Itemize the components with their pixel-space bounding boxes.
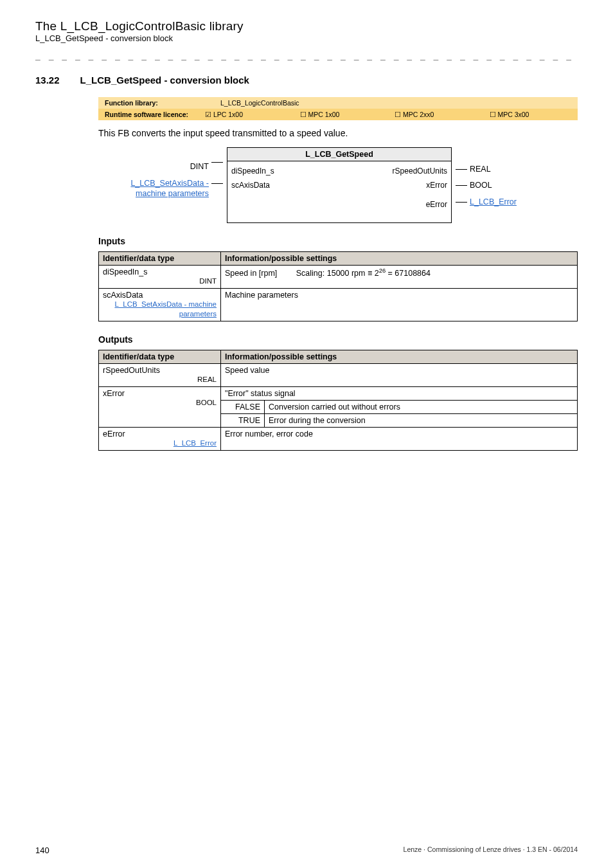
page-subtitle: L_LCB_GetSpeed - conversion block [35, 33, 578, 43]
port-out-2: xError [426, 181, 447, 190]
ext-right-type-1: REAL [470, 165, 491, 174]
license-row-2: Runtime software licence: ☑ LPC 1x00 ☐ M… [98, 109, 578, 120]
out-type-1: REAL [103, 375, 217, 384]
port-in-1: diSpeedIn_s [231, 167, 274, 176]
input-info-2: Machine parameters [221, 288, 578, 321]
outputs-heading: Outputs [98, 334, 578, 345]
out-info-2-top: "Error" status signal [221, 387, 577, 400]
table-row: diSpeedIn_s DINT Speed in [rpm] Scaling:… [99, 266, 578, 289]
wire-icon [456, 202, 467, 203]
footer-right: Lenze · Commissioning of Lenze drives · … [404, 845, 578, 855]
page-number: 140 [35, 845, 49, 855]
input-info-1-prefix: Speed in [rpm] [225, 269, 277, 278]
input-sublink-2[interactable]: L_LCB_SetAxisData - machine parameters [114, 300, 217, 318]
func-lib-label: Function library: [98, 97, 214, 109]
func-lib-value: L_LCB_LogicControlBasic [214, 97, 306, 109]
false-text: Conversion carried out without errors [265, 400, 578, 413]
page-title: The L_LCB_LogicControlBasic library [35, 19, 578, 33]
license-row-1: Function library: L_LCB_LogicControlBasi… [98, 97, 578, 109]
table-row: eError L_LCB_Error Error number, error c… [99, 427, 578, 450]
lic-2-label: MPC 1x00 [308, 111, 339, 118]
false-label: FALSE [221, 400, 265, 413]
block-body: diSpeedIn_s scAxisData rSpeedOutUnits xE… [227, 161, 452, 223]
block-diagram: L_LCB_GetSpeed DINT L_LCB_SetAxisData - … [98, 147, 578, 223]
out-info-2-subtable: FALSE Conversion carried out without err… [221, 400, 577, 427]
outputs-table: Identifier/data type Information/possibl… [98, 350, 578, 451]
section-title: L_LCB_GetSpeed - conversion block [80, 75, 249, 86]
lic-3-label: MPC 2xx0 [403, 111, 434, 118]
out-info-1: Speed value [221, 363, 578, 386]
out-id-3: eError [103, 429, 125, 439]
inputs-table: Identifier/data type Information/possibl… [98, 251, 578, 321]
out-id-1: rSpeedOutUnits [103, 366, 160, 375]
page-footer: 140 Lenze · Commissioning of Lenze drive… [35, 820, 578, 855]
out-info-3: Error number, error code [221, 427, 578, 450]
input-id-1: diSpeedIn_s [103, 267, 148, 276]
table-row: rSpeedOutUnits REAL Speed value [99, 363, 578, 386]
outputs-th-2: Information/possible settings [221, 350, 578, 363]
outputs-th-1: Identifier/data type [99, 350, 221, 363]
lic-3-checkbox-icon: ☐ [395, 111, 401, 118]
true-label: TRUE [221, 413, 265, 427]
port-out-3: eError [426, 200, 447, 209]
divider: _ _ _ _ _ _ _ _ _ _ _ _ _ _ _ _ _ _ _ _ … [35, 51, 578, 60]
ext-left-link[interactable]: L_LCB_SetAxisData - machine parameters [98, 179, 209, 199]
true-text: Error during the conversion [265, 413, 578, 427]
inputs-th-1: Identifier/data type [99, 252, 221, 266]
section-number: 13.22 [35, 75, 60, 86]
lic-4-checkbox-icon: ☐ [490, 111, 496, 118]
ext-right-link[interactable]: L_LCB_Error [470, 197, 517, 206]
description: This FB converts the input speed transmi… [98, 128, 578, 138]
inputs-th-2: Information/possible settings [221, 252, 578, 266]
lic-4-label: MPC 3x00 [497, 111, 529, 118]
ext-right-type-2: BOOL [470, 181, 492, 190]
runtime-label: Runtime software licence: [98, 109, 199, 120]
lic-2-checkbox-icon: ☐ [300, 111, 306, 118]
wire-icon [211, 183, 223, 184]
table-row: scAxisData L_LCB_SetAxisData - machine p… [99, 288, 578, 321]
lic-1-label: LPC 1x00 [213, 111, 243, 118]
block-title: L_LCB_GetSpeed [227, 147, 452, 161]
inputs-heading: Inputs [98, 236, 578, 246]
lic-1: ☑ LPC 1x00 [199, 109, 294, 120]
port-out-1: rSpeedOutUnits [393, 167, 447, 176]
lic-1-checkbox-icon: ☑ [205, 111, 211, 118]
lic-4: ☐ MPC 3x00 [483, 109, 578, 120]
wire-icon [456, 185, 467, 186]
wire-icon [211, 162, 223, 163]
lic-3: ☐ MPC 2xx0 [388, 109, 483, 120]
lic-2: ☐ MPC 1x00 [294, 109, 389, 120]
out-link-3[interactable]: L_LCB_Error [173, 439, 217, 447]
wire-icon [456, 169, 467, 170]
table-row: xError BOOL "Error" status signal FALSE … [99, 386, 578, 427]
out-type-2: BOOL [103, 398, 217, 408]
port-in-2: scAxisData [231, 181, 270, 190]
out-id-2: xError [103, 389, 125, 398]
input-info-1-scaling: Scaling: 15000 rpm ≡ 226 = 67108864 [280, 269, 431, 278]
input-id-2: scAxisData [103, 291, 143, 300]
input-type-1: DINT [103, 276, 217, 286]
ext-left-type-1: DINT [190, 162, 209, 171]
